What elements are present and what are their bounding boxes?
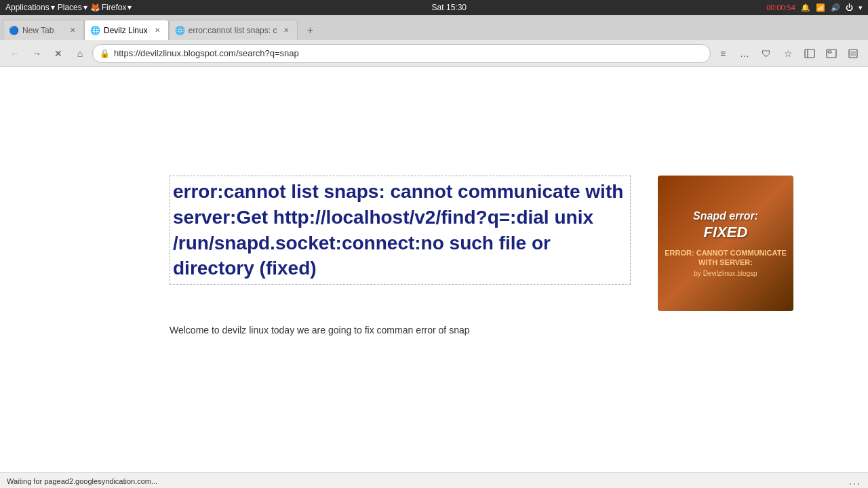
firefox-arrow: ▾ <box>127 3 132 12</box>
thumbnail-line2: FIXED <box>704 223 748 243</box>
svg-rect-5 <box>850 51 856 56</box>
tab-label-2: Devilz Linux <box>104 26 148 35</box>
system-bar-right: 00:00:54 🔔 📶 🔊 ⏻ ▾ <box>766 3 863 12</box>
sidebar-button[interactable] <box>800 44 819 63</box>
applications-arrow: ▾ <box>51 3 55 12</box>
thumbnail-brand: by Devilzlinux.blogsp <box>694 270 757 277</box>
toolbar-right: ≡ … 🛡 ☆ <box>713 44 863 63</box>
status-dots: ... <box>849 476 861 487</box>
fullscreen-icon <box>848 48 859 59</box>
places-arrow: ▾ <box>83 3 87 12</box>
result-excerpt: Welcome to devilz linux today we are goi… <box>170 325 644 336</box>
browser-window: 🔵 New Tab ✕ 🌐 Devilz Linux ✕ 🌐 error:can… <box>0 15 868 488</box>
wifi-icon: 📶 <box>816 3 825 12</box>
content-area: error:cannot list snaps: cannot communic… <box>61 81 807 336</box>
tab-close-2[interactable]: ✕ <box>152 25 163 36</box>
home-button[interactable]: ⌂ <box>71 44 90 63</box>
page-content: error:cannot list snaps: cannot communic… <box>0 67 868 472</box>
shield-button[interactable]: 🛡 <box>757 44 776 63</box>
result-title-block: error:cannot list snaps: cannot communic… <box>170 176 631 285</box>
tab-new-tab[interactable]: 🔵 New Tab ✕ <box>3 20 84 40</box>
tab-bar: 🔵 New Tab ✕ 🌐 Devilz Linux ✕ 🌐 error:can… <box>0 16 868 40</box>
search-result: error:cannot list snaps: cannot communic… <box>170 176 793 311</box>
firefox-icon: 🦊 <box>90 3 100 12</box>
places-menu[interactable]: Places ▾ <box>58 3 87 12</box>
reload-button[interactable]: ✕ <box>49 44 68 63</box>
places-label: Places <box>58 3 82 12</box>
svg-rect-0 <box>805 49 814 58</box>
firefox-menu[interactable]: 🦊 Firefox ▾ <box>90 3 132 12</box>
status-text: Waiting for pagead2.googlesyndication.co… <box>7 477 157 485</box>
sound-icon: 🔊 <box>831 3 840 12</box>
tab-favicon-2: 🌐 <box>90 26 100 35</box>
power-icon: ⏻ <box>846 3 853 12</box>
tab-close-1[interactable]: ✕ <box>67 25 78 36</box>
synced-tabs-icon <box>826 48 837 59</box>
tab-label-1: New Tab <box>22 26 63 35</box>
tab-devilz-linux[interactable]: 🌐 Devilz Linux ✕ <box>84 20 169 40</box>
system-time: Sat 15:30 <box>432 3 467 12</box>
tab-label-3: error:cannot list snaps: c <box>189 26 277 35</box>
sidebar-icon <box>804 48 815 59</box>
status-bar: Waiting for pagead2.googlesyndication.co… <box>0 472 868 488</box>
tab-favicon-1: 🔵 <box>9 26 18 35</box>
thumbnail-line1: Snapd error: <box>693 209 758 224</box>
lock-icon: 🔒 <box>100 49 110 58</box>
forward-button[interactable]: → <box>27 44 46 63</box>
firefox-label: Firefox <box>102 3 127 12</box>
tab-close-3[interactable]: ✕ <box>281 25 292 36</box>
thumbnail-line3: ERROR: CANNOT COMMUNICATE WITH SERVER: <box>663 248 788 268</box>
applications-menu[interactable]: Applications ▾ <box>5 3 55 12</box>
result-thumbnail[interactable]: Snapd error: FIXED ERROR: CANNOT COMMUNI… <box>658 176 793 311</box>
bookmark-button[interactable]: ☆ <box>778 44 797 63</box>
reader-view-button[interactable]: ≡ <box>713 44 732 63</box>
address-text: https://devilzlinux.blogspot.com/search?… <box>114 48 703 58</box>
tab-favicon-3: 🌐 <box>175 26 184 35</box>
synced-tabs-button[interactable] <box>822 44 841 63</box>
dropdown-arrow-icon: ▾ <box>859 3 863 12</box>
new-tab-button[interactable]: + <box>300 21 319 40</box>
tab-error-page[interactable]: 🌐 error:cannot list snaps: c ✕ <box>169 20 298 40</box>
timer-display: 00:00:54 <box>766 3 795 12</box>
svg-rect-3 <box>828 51 831 53</box>
more-tools-button[interactable]: … <box>735 44 754 63</box>
applications-label: Applications <box>5 3 50 12</box>
alert-icon: 🔔 <box>801 3 810 12</box>
fullscreen-button[interactable] <box>844 44 863 63</box>
address-bar-row: ← → ✕ ⌂ 🔒 https://devilzlinux.blogspot.c… <box>0 40 868 67</box>
system-bar: Applications ▾ Places ▾ 🦊 Firefox ▾ Sat … <box>0 0 868 15</box>
back-button[interactable]: ← <box>5 44 24 63</box>
system-bar-left: Applications ▾ Places ▾ 🦊 Firefox ▾ <box>5 3 132 12</box>
address-bar[interactable]: 🔒 https://devilzlinux.blogspot.com/searc… <box>92 44 711 63</box>
result-title[interactable]: error:cannot list snaps: cannot communic… <box>170 176 631 285</box>
